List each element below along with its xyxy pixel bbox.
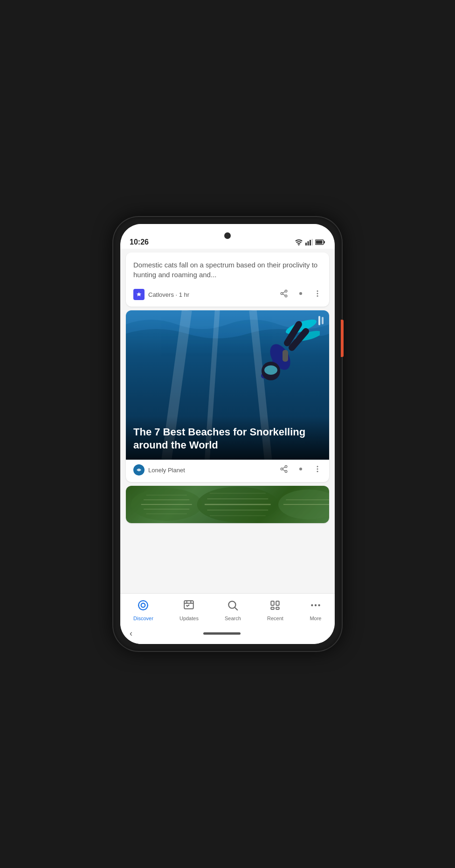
more2-icon[interactable] bbox=[313, 465, 322, 476]
updates-icon bbox=[183, 599, 195, 614]
svg-point-0 bbox=[298, 245, 299, 245]
svg-point-65 bbox=[229, 601, 236, 608]
svg-line-36 bbox=[283, 467, 285, 468]
svg-rect-1 bbox=[305, 243, 307, 245]
phone-screen: 10:26 bbox=[120, 224, 335, 644]
svg-point-29 bbox=[264, 365, 277, 375]
svg-line-12 bbox=[283, 291, 285, 293]
card-image: The 7 Best Beaches for Snorkelling aroun… bbox=[126, 310, 329, 460]
lonely-planet-source: Lonely Planet bbox=[133, 464, 185, 476]
svg-point-32 bbox=[285, 465, 287, 468]
catlovers-icon bbox=[133, 289, 145, 300]
svg-point-71 bbox=[311, 604, 313, 606]
svg-point-14 bbox=[300, 293, 301, 294]
back-button[interactable]: ‹ bbox=[130, 629, 132, 638]
nav-items: Discover Updates bbox=[120, 597, 335, 623]
wifi-icon bbox=[295, 239, 303, 245]
bottom-navigation: Discover Updates bbox=[120, 593, 335, 625]
svg-rect-2 bbox=[308, 241, 309, 245]
svg-rect-6 bbox=[324, 241, 325, 244]
more-nav-icon bbox=[310, 599, 322, 614]
svg-point-17 bbox=[317, 295, 318, 296]
svg-point-72 bbox=[315, 604, 317, 606]
svg-point-40 bbox=[317, 468, 318, 469]
battery-icon bbox=[315, 239, 325, 245]
more-label: More bbox=[310, 616, 321, 621]
card2-actions bbox=[280, 465, 322, 476]
card-meta: Catlovers · 1 hr bbox=[126, 284, 329, 307]
dot2-icon[interactable] bbox=[296, 465, 305, 476]
svg-point-33 bbox=[281, 468, 283, 470]
lonely-planet-meta: Lonely Planet bbox=[126, 460, 329, 482]
svg-point-38 bbox=[300, 469, 301, 469]
plant-card-partial bbox=[126, 486, 329, 523]
svg-point-41 bbox=[317, 470, 318, 472]
nav-updates[interactable]: Updates bbox=[175, 597, 203, 623]
more-icon[interactable] bbox=[313, 289, 322, 300]
card-title: The 7 Best Beaches for Snorkelling aroun… bbox=[133, 426, 322, 452]
nav-search[interactable]: Search bbox=[220, 597, 246, 623]
svg-rect-68 bbox=[276, 601, 280, 605]
updates-label: Updates bbox=[179, 616, 199, 621]
gesture-area: ‹ bbox=[120, 625, 335, 644]
snorkelling-card[interactable]: The 7 Best Beaches for Snorkelling aroun… bbox=[126, 310, 329, 482]
recent-label: Recent bbox=[267, 616, 283, 621]
svg-line-11 bbox=[283, 294, 285, 295]
scroll-content[interactable]: Domestic cats fall on a spectrum based o… bbox=[120, 249, 335, 593]
share2-icon[interactable] bbox=[280, 465, 288, 476]
search-label: Search bbox=[225, 616, 241, 621]
nav-recent[interactable]: Recent bbox=[262, 597, 288, 623]
card-actions bbox=[280, 289, 322, 300]
underwater-background: The 7 Best Beaches for Snorkelling aroun… bbox=[126, 310, 329, 460]
diver-illustration bbox=[245, 315, 320, 418]
discover-icon bbox=[137, 599, 149, 614]
svg-point-39 bbox=[317, 466, 318, 467]
camera bbox=[224, 232, 231, 239]
svg-rect-3 bbox=[310, 240, 311, 245]
phone-frame: 10:26 bbox=[113, 217, 342, 651]
svg-point-10 bbox=[285, 295, 287, 297]
svg-rect-69 bbox=[271, 607, 275, 609]
lonely-planet-name: Lonely Planet bbox=[148, 467, 185, 474]
svg-point-8 bbox=[285, 290, 287, 292]
recent-icon bbox=[269, 599, 281, 614]
source-info: Catlovers · 1 hr bbox=[133, 289, 189, 300]
svg-line-66 bbox=[235, 608, 238, 610]
svg-point-34 bbox=[285, 470, 287, 473]
side-button[interactable] bbox=[341, 320, 344, 357]
svg-point-15 bbox=[317, 290, 318, 292]
discover-label: Discover bbox=[133, 616, 153, 621]
nav-discover[interactable]: Discover bbox=[129, 597, 158, 623]
signal-icon bbox=[305, 239, 313, 245]
plant-background bbox=[126, 486, 329, 523]
svg-point-16 bbox=[317, 293, 318, 294]
svg-line-35 bbox=[283, 469, 285, 471]
search-nav-icon bbox=[227, 599, 239, 614]
svg-rect-67 bbox=[271, 601, 275, 605]
screen: 10:26 bbox=[120, 224, 335, 644]
bookmark-icon[interactable] bbox=[296, 289, 305, 300]
status-time: 10:26 bbox=[130, 238, 149, 246]
card-text: Domestic cats fall on a spectrum based o… bbox=[126, 252, 329, 284]
card-overlay: The 7 Best Beaches for Snorkelling aroun… bbox=[126, 416, 329, 460]
svg-rect-30 bbox=[283, 350, 288, 362]
svg-point-9 bbox=[281, 292, 283, 294]
nav-more[interactable]: More bbox=[305, 597, 326, 623]
catlovers-card: Domestic cats fall on a spectrum based o… bbox=[126, 252, 329, 307]
svg-rect-70 bbox=[276, 607, 280, 609]
lonely-planet-icon bbox=[133, 464, 145, 476]
svg-rect-4 bbox=[312, 239, 313, 245]
carousel-indicator bbox=[318, 316, 324, 325]
card-description: Domestic cats fall on a spectrum based o… bbox=[133, 260, 322, 280]
catlovers-source-name: Catlovers · 1 hr bbox=[148, 291, 189, 298]
svg-rect-7 bbox=[316, 241, 323, 244]
share-icon[interactable] bbox=[280, 289, 288, 300]
svg-point-73 bbox=[318, 604, 320, 606]
status-icons bbox=[295, 239, 325, 245]
home-indicator[interactable] bbox=[203, 632, 241, 635]
